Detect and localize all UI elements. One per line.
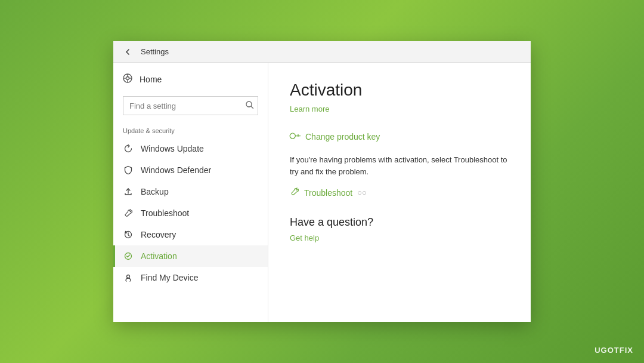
sidebar-item-backup[interactable]: Backup bbox=[113, 181, 268, 202]
get-help-link[interactable]: Get help bbox=[290, 233, 319, 242]
activation-label: Activation bbox=[141, 251, 177, 261]
refresh-icon bbox=[123, 143, 134, 154]
change-product-key-link[interactable]: Change product key bbox=[305, 132, 380, 141]
svg-line-7 bbox=[252, 107, 253, 109]
upload-icon bbox=[123, 186, 134, 197]
content-area: Home Update & security bbox=[113, 63, 531, 322]
recovery-icon bbox=[123, 229, 134, 240]
learn-more-link[interactable]: Learn more bbox=[290, 104, 329, 113]
window-title: Settings bbox=[141, 47, 169, 56]
windows-defender-label: Windows Defender bbox=[141, 165, 211, 175]
have-question-heading: Have a question? bbox=[290, 216, 509, 229]
home-label: Home bbox=[140, 75, 162, 84]
check-circle-icon bbox=[123, 251, 134, 262]
backup-label: Backup bbox=[141, 187, 169, 196]
loading-indicator: ○○ bbox=[357, 188, 367, 197]
sidebar-item-activation[interactable]: Activation bbox=[113, 245, 268, 267]
sidebar-item-find-my-device[interactable]: Find My Device bbox=[113, 267, 268, 288]
back-button[interactable] bbox=[120, 45, 135, 59]
sidebar-item-home[interactable]: Home bbox=[113, 67, 268, 91]
main-content: Activation Learn more Change product key… bbox=[268, 63, 531, 322]
activation-description: If you're having problems with activatio… bbox=[290, 154, 509, 177]
titlebar: Settings bbox=[113, 41, 531, 63]
change-product-key-row: Change product key bbox=[290, 130, 509, 143]
troubleshoot-row: Troubleshoot ○○ bbox=[290, 187, 509, 198]
sidebar: Home Update & security bbox=[113, 63, 268, 322]
section-label: Update & security bbox=[113, 125, 268, 138]
search-box bbox=[123, 96, 258, 115]
settings-window: Settings Home bbox=[113, 41, 531, 322]
troubleshoot-label: Troubleshoot bbox=[141, 208, 189, 218]
recovery-label: Recovery bbox=[141, 230, 176, 239]
sidebar-item-windows-update[interactable]: Windows Update bbox=[113, 138, 268, 159]
search-icon bbox=[246, 101, 253, 110]
sidebar-item-troubleshoot[interactable]: Troubleshoot bbox=[113, 202, 268, 224]
windows-update-label: Windows Update bbox=[141, 144, 204, 153]
search-input[interactable] bbox=[123, 96, 258, 115]
troubleshoot-wrench-icon bbox=[290, 187, 299, 198]
sidebar-item-recovery[interactable]: Recovery bbox=[113, 224, 268, 245]
svg-point-11 bbox=[127, 275, 130, 278]
find-my-device-label: Find My Device bbox=[141, 273, 198, 282]
home-icon bbox=[123, 73, 132, 85]
watermark: UGOTFIX bbox=[595, 346, 633, 355]
troubleshoot-link[interactable]: Troubleshoot bbox=[304, 188, 352, 198]
person-icon bbox=[123, 272, 134, 283]
shield-icon bbox=[123, 165, 134, 176]
svg-point-6 bbox=[246, 101, 252, 107]
svg-point-1 bbox=[126, 77, 129, 80]
page-title: Activation bbox=[290, 81, 509, 100]
sidebar-item-windows-defender[interactable]: Windows Defender bbox=[113, 159, 268, 181]
wrench-icon bbox=[123, 208, 134, 219]
key-icon bbox=[287, 128, 304, 145]
